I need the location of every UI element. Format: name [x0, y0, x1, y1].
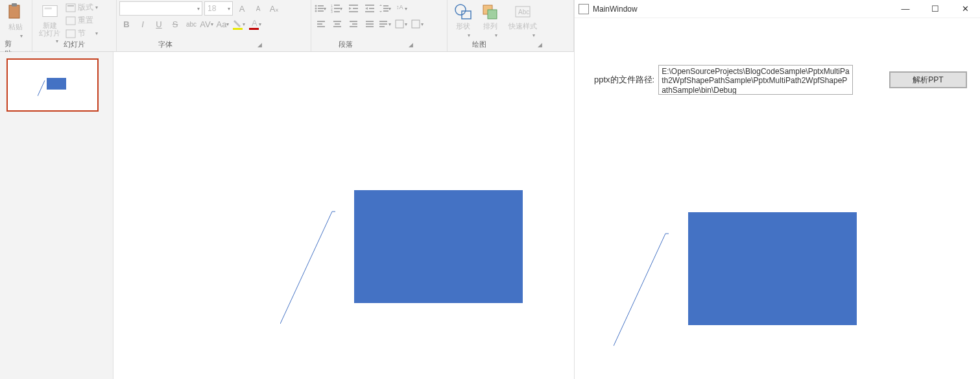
- reset-label: 重置: [78, 15, 93, 26]
- paste-button[interactable]: 粘贴 ▾: [3, 1, 29, 39]
- layout-button[interactable]: 版式 ▾: [66, 2, 100, 13]
- path-value: E:\OpenSourceProjects\BlogCodeSample\Ppt…: [662, 67, 850, 95]
- font-launcher[interactable]: ◢: [212, 42, 309, 48]
- svg-rect-2: [42, 5, 56, 16]
- arrange-icon: [481, 3, 499, 20]
- minimize-button[interactable]: —: [890, 0, 920, 18]
- svg-rect-6: [66, 17, 75, 25]
- shrink-font-button[interactable]: A: [251, 1, 265, 16]
- quick-style-button[interactable]: Abc 快速样式 ▾: [505, 2, 541, 40]
- highlight-icon: [233, 18, 243, 30]
- font-color-button[interactable]: A ▾: [249, 17, 263, 31]
- layout-icon: [66, 3, 76, 12]
- reset-button[interactable]: 重置: [66, 15, 100, 26]
- svg-rect-14: [318, 8, 324, 9]
- svg-rect-4: [66, 4, 75, 12]
- spacing-icon: [379, 4, 388, 13]
- arrange-label: 排列: [483, 21, 497, 31]
- slide-canvas[interactable]: [113, 52, 574, 379]
- ribbon-group-drawing: 形状 ▾ 排列 ▾ Abc 快速样式 ▾ 绘图 ◢: [448, 0, 574, 51]
- align-center-icon: [333, 19, 342, 29]
- wpf-line-shape: [614, 232, 669, 346]
- align-text-button[interactable]: ▾: [395, 17, 409, 31]
- wpf-titlebar: MainWindow — ☐ ✕: [575, 0, 980, 18]
- smartart-icon: [411, 19, 420, 29]
- svg-text:A: A: [252, 18, 257, 28]
- smartart-button[interactable]: ▾: [411, 17, 425, 31]
- slide-thumbnail-1[interactable]: [6, 58, 99, 112]
- line-spacing-button[interactable]: ▾: [379, 1, 393, 16]
- chevron-down-icon: ▾: [20, 33, 23, 39]
- line-shape[interactable]: [280, 210, 335, 324]
- close-button[interactable]: ✕: [950, 0, 980, 18]
- svg-rect-40: [352, 23, 357, 25]
- font-size-combo[interactable]: 18 ▾: [204, 1, 233, 16]
- paragraph-launcher[interactable]: ◢: [377, 42, 445, 48]
- text-direction-button[interactable]: ↕A▾: [395, 1, 409, 16]
- distribute-button[interactable]: ▾: [379, 17, 393, 31]
- svg-rect-24: [353, 8, 358, 9]
- text-shadow-button[interactable]: abc: [184, 17, 198, 31]
- svg-rect-45: [379, 21, 387, 22]
- quick-style-icon: Abc: [514, 3, 532, 20]
- grow-font-icon: A: [239, 4, 245, 14]
- parse-ppt-label: 解析PPT: [913, 75, 943, 86]
- svg-rect-49: [412, 20, 420, 28]
- grow-font-button[interactable]: A: [235, 1, 249, 16]
- distribute-icon: [379, 19, 388, 29]
- font-name-combo[interactable]: ▾: [119, 1, 202, 16]
- justify-icon: [365, 19, 374, 29]
- justify-button[interactable]: [363, 17, 377, 31]
- bold-button[interactable]: B: [119, 17, 134, 31]
- svg-rect-27: [369, 8, 374, 9]
- maximize-icon: ☐: [931, 4, 939, 14]
- bullets-button[interactable]: ▾: [314, 1, 328, 16]
- parse-ppt-button[interactable]: 解析PPT: [889, 71, 967, 88]
- increase-indent-button[interactable]: [363, 1, 377, 16]
- clear-formatting-button[interactable]: Aₓ: [267, 1, 281, 16]
- svg-rect-31: [383, 10, 388, 12]
- path-textbox[interactable]: E:\OpenSourceProjects\BlogCodeSample\Ppt…: [658, 65, 853, 95]
- char-spacing-button[interactable]: AV▾: [200, 17, 215, 31]
- svg-point-11: [315, 5, 317, 7]
- section-button[interactable]: 节 ▾: [66, 28, 100, 39]
- align-left-icon: [317, 19, 326, 29]
- font-size-value: 18: [208, 4, 216, 13]
- svg-text:3: 3: [331, 10, 333, 13]
- underline-button[interactable]: U: [152, 17, 166, 31]
- svg-line-59: [614, 234, 665, 346]
- svg-rect-35: [317, 26, 325, 27]
- svg-rect-46: [379, 23, 387, 25]
- svg-rect-12: [318, 5, 324, 6]
- clear-format-icon: Aₓ: [270, 4, 280, 14]
- chevron-down-icon: ▾: [388, 21, 391, 27]
- svg-rect-7: [66, 30, 75, 38]
- svg-point-50: [455, 5, 466, 15]
- rectangle-shape[interactable]: [354, 190, 523, 303]
- strike-button[interactable]: S: [168, 17, 182, 31]
- align-left-button[interactable]: [314, 17, 328, 31]
- shapes-button[interactable]: 形状 ▾: [450, 2, 476, 40]
- align-right-button[interactable]: [346, 17, 361, 31]
- arrange-button[interactable]: 排列 ▾: [477, 2, 503, 40]
- drawing-launcher[interactable]: ◢: [508, 42, 571, 48]
- new-slide-button[interactable]: 新建 幻灯片 ▾: [35, 2, 64, 40]
- chevron-down-icon: ▾: [95, 31, 98, 36]
- change-case-button[interactable]: Aa▾: [217, 17, 231, 31]
- svg-rect-36: [333, 21, 341, 22]
- ribbon-group-font: ▾ 18 ▾ A A Aₓ B I U S abc AV▾: [117, 0, 311, 51]
- close-icon: ✕: [962, 4, 969, 14]
- highlight-button[interactable]: ▾: [233, 17, 247, 31]
- svg-rect-10: [249, 28, 259, 30]
- svg-point-13: [315, 8, 317, 10]
- window-title: MainWindow: [593, 5, 890, 14]
- align-center-button[interactable]: [330, 17, 344, 31]
- ribbon-group-paragraph: ▾ 123▾ ▾ ↕A▾ ▾ ▾ ▾ 段落: [311, 0, 448, 51]
- paste-icon: [6, 3, 25, 21]
- decrease-indent-button[interactable]: [346, 1, 361, 16]
- wpf-rectangle-shape: [688, 212, 857, 325]
- maximize-button[interactable]: ☐: [920, 0, 950, 18]
- italic-button[interactable]: I: [136, 17, 150, 31]
- svg-rect-20: [334, 8, 340, 9]
- numbering-button[interactable]: 123▾: [330, 1, 344, 16]
